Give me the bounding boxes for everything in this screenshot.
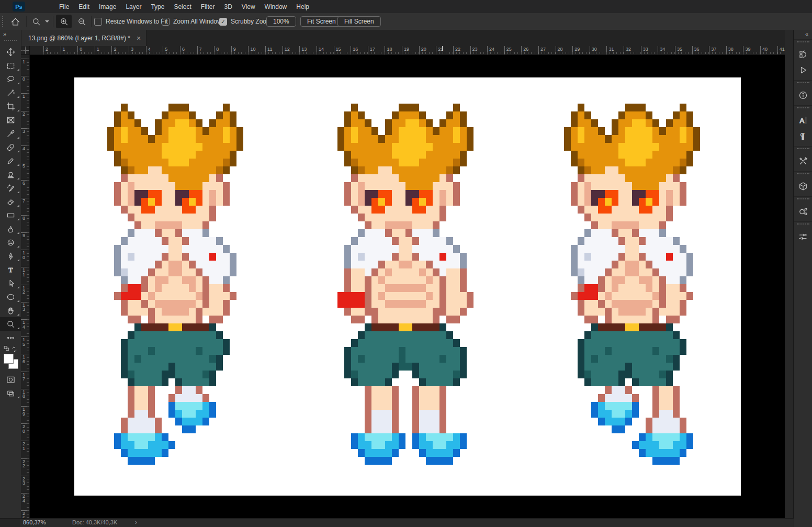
pixel-art-document[interactable] <box>74 77 741 496</box>
swap-colors-icon[interactable] <box>11 346 18 353</box>
rectangular-marquee-tool[interactable] <box>0 59 21 72</box>
brush-settings-panel-button[interactable] <box>794 229 812 244</box>
fill-screen-button[interactable]: Fill Screen <box>337 16 381 27</box>
fit-screen-button[interactable]: Fit Screen <box>300 16 343 27</box>
healing-brush-tool[interactable] <box>0 140 21 154</box>
resize-windows-to-fit-checkbox[interactable]: Resize Windows to Fit <box>94 13 168 30</box>
edit-toolbar[interactable] <box>0 331 21 344</box>
paragraph-panel-icon: ¶ <box>798 131 808 141</box>
frame-tool[interactable] <box>0 113 21 127</box>
zoom-tool-indicator-icon[interactable] <box>29 13 43 30</box>
menu-type[interactable]: Type <box>146 1 169 13</box>
menu-help[interactable]: Help <box>291 1 314 13</box>
character-panel-button[interactable]: A <box>794 113 812 128</box>
paragraph-panel-button[interactable]: ¶ <box>794 128 812 144</box>
document-tab[interactable]: 13.png @ 860% (Layer 1, RGB/8#) * × <box>21 30 146 46</box>
vertical-ruler[interactable]: 101234567891 01 11 21 31 41 51 61 71 81 … <box>21 55 30 518</box>
3d-panel-button[interactable] <box>794 178 812 194</box>
flyout-triangle-icon <box>17 82 19 84</box>
toolbar-collapse-chevrons[interactable]: » <box>0 30 21 38</box>
menu-filter[interactable]: Filter <box>196 1 220 13</box>
menu-edit[interactable]: Edit <box>74 1 94 13</box>
smudge-tool[interactable] <box>0 222 21 236</box>
panel-grip-handle[interactable] <box>797 82 809 84</box>
menu-layer[interactable]: Layer <box>121 1 146 13</box>
menu-view[interactable]: View <box>237 1 260 13</box>
status-zoom-level[interactable]: 860,37% <box>23 519 46 525</box>
ellipse-tool[interactable] <box>0 290 21 304</box>
history-brush-tool[interactable] <box>0 181 21 195</box>
object-selection-tool[interactable] <box>0 86 21 99</box>
menu-select[interactable]: Select <box>169 1 196 13</box>
toolbar-grip-handle[interactable] <box>4 40 17 42</box>
screen-mode-button[interactable] <box>0 386 21 400</box>
default-colors-icon[interactable] <box>4 345 11 353</box>
checkbox-box[interactable] <box>94 18 102 26</box>
checkbox-box[interactable] <box>162 18 170 26</box>
tool-presets-panel-icon <box>798 156 808 166</box>
clone-stamp-tool[interactable] <box>0 167 21 181</box>
path-selection-tool[interactable] <box>0 276 21 290</box>
info-panel-button[interactable] <box>794 87 812 103</box>
panel-grip-handle[interactable] <box>797 173 809 175</box>
gradient-tool[interactable] <box>0 208 21 222</box>
flyout-triangle-icon <box>17 286 19 288</box>
canvas-area[interactable] <box>30 55 785 518</box>
graphics-share-panel-button[interactable] <box>794 204 812 219</box>
status-options-chevron[interactable]: › <box>135 519 137 526</box>
v-ruler-label: 1 2 <box>21 285 29 295</box>
dodge-tool[interactable] <box>0 236 21 249</box>
menu-window[interactable]: Window <box>260 1 292 13</box>
panel-grip-handle[interactable] <box>797 107 809 109</box>
tool-presets-panel-button[interactable] <box>794 153 812 169</box>
foreground-color-swatch[interactable] <box>4 354 14 364</box>
zoom-in-button[interactable] <box>56 15 72 28</box>
flyout-triangle-icon <box>17 313 19 316</box>
panel-grip-handle[interactable] <box>797 198 809 200</box>
ruler-corner[interactable] <box>21 46 30 55</box>
panel-grip-handle[interactable] <box>797 148 809 150</box>
tab-close-icon[interactable]: × <box>137 34 141 42</box>
hand-tool[interactable] <box>0 304 21 317</box>
pen-tool[interactable] <box>0 249 21 263</box>
zoom-100-button[interactable]: 100% <box>266 16 296 27</box>
crop-tool[interactable] <box>0 99 21 113</box>
dodge-icon <box>6 238 15 247</box>
lasso-tool[interactable] <box>0 72 21 86</box>
brush-tool[interactable] <box>0 154 21 167</box>
move-tool[interactable] <box>0 45 21 59</box>
horizontal-ruler[interactable]: 2101234567891011121314151617181920212223… <box>30 46 785 55</box>
type-tool[interactable]: T <box>0 263 21 276</box>
home-icon[interactable] <box>7 13 23 30</box>
lasso-icon <box>6 75 15 84</box>
zoom-icon <box>6 320 15 329</box>
zoom-all-windows-checkbox[interactable]: Zoom All Windows <box>162 13 225 30</box>
zoom-tool[interactable] <box>0 317 21 331</box>
menu-image[interactable]: Image <box>94 1 121 13</box>
h-ruler-label: 10 <box>248 46 255 54</box>
panel-grip-handle[interactable] <box>797 223 809 226</box>
eraser-tool[interactable] <box>0 195 21 208</box>
history-panel-button[interactable] <box>794 47 812 62</box>
flyout-triangle-icon <box>17 327 19 329</box>
options-bar-grip[interactable] <box>2 16 3 27</box>
marquee-icon <box>6 61 15 70</box>
panel-collapse-chevrons[interactable]: « <box>794 30 812 39</box>
actions-panel-button[interactable] <box>794 62 812 78</box>
v-ruler-label: 1 8 <box>21 389 29 399</box>
chevron-down-icon[interactable] <box>44 13 50 30</box>
v-ruler-label: 2 5 <box>21 510 29 518</box>
menu-file[interactable]: File <box>54 1 74 13</box>
h-ruler-label: 38 <box>726 46 734 54</box>
menu-3d[interactable]: 3D <box>219 1 236 13</box>
quick-mask-button[interactable] <box>0 373 21 386</box>
checkbox-label: Zoom All Windows <box>173 18 225 25</box>
eyedropper-tool[interactable] <box>0 127 21 140</box>
h-ruler-label: 31 <box>606 46 614 54</box>
scrubby-zoom-checkbox[interactable]: ✓Scrubby Zoom <box>219 13 272 30</box>
checkbox-box[interactable]: ✓ <box>219 18 227 26</box>
panel-grip-handle[interactable] <box>797 41 809 43</box>
wand-icon <box>6 88 15 97</box>
zoom-out-button[interactable] <box>74 13 89 30</box>
flyout-triangle-icon <box>17 218 19 220</box>
